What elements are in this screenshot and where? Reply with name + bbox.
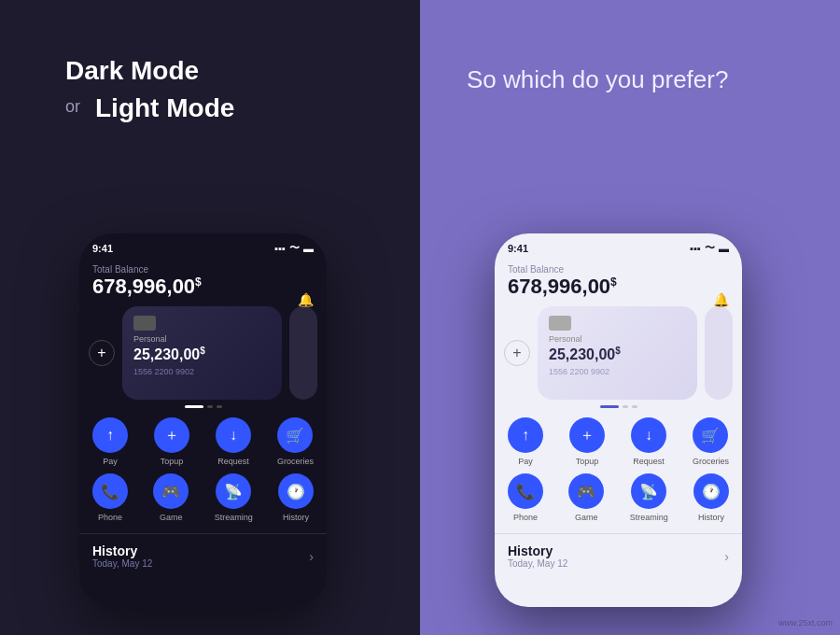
watermark: www.25xt.com bbox=[778, 618, 833, 628]
dark-balance-section: Total Balance 678,996,00$ 🔔 bbox=[79, 259, 327, 306]
dark-groceries-label: Groceries bbox=[277, 457, 314, 466]
dark-dot-2 bbox=[217, 405, 222, 408]
dark-card-type: Personal bbox=[133, 334, 271, 344]
light-card-partial bbox=[705, 306, 733, 400]
light-wifi-icon: 〜 bbox=[705, 241, 715, 255]
light-phone-action[interactable]: 📞 Phone bbox=[508, 473, 543, 522]
dark-time: 9:41 bbox=[92, 243, 113, 254]
dark-request-action[interactable]: ↓ Request bbox=[216, 417, 251, 466]
dark-status-bar: 9:41 ▪▪▪ 〜 ▬ bbox=[79, 233, 327, 259]
light-history-action[interactable]: 🕐 History bbox=[693, 473, 729, 522]
dark-history-icon: 🕐 bbox=[278, 473, 314, 509]
light-request-icon: ↓ bbox=[631, 417, 666, 453]
light-groceries-icon: 🛒 bbox=[693, 417, 728, 453]
dark-streaming-icon: 📡 bbox=[216, 473, 251, 509]
light-history-title: History bbox=[508, 543, 567, 558]
dark-balance-label: Total Balance bbox=[92, 264, 314, 275]
light-groceries-action[interactable]: 🛒 Groceries bbox=[693, 417, 729, 466]
dark-history-label: History bbox=[283, 513, 309, 522]
dark-add-card-button[interactable]: + bbox=[89, 340, 115, 366]
dark-status-icons: ▪▪▪ 〜 ▬ bbox=[274, 241, 314, 255]
dark-pay-label: Pay bbox=[103, 457, 118, 466]
dark-balance-amount: 678,996,00$ bbox=[92, 275, 314, 299]
dark-game-label: Game bbox=[160, 513, 183, 522]
light-balance-section: Total Balance 678,996,00$ 🔔 bbox=[495, 259, 742, 306]
light-history-info: History Today, May 12 bbox=[508, 543, 567, 569]
light-pay-icon: ↑ bbox=[508, 417, 543, 453]
dark-card-number: 1556 2200 9902 bbox=[133, 367, 271, 376]
left-panel: Dark Mode or Light Mode 9:41 ▪▪▪ 〜 ▬ Tot… bbox=[0, 0, 420, 635]
dark-pay-action[interactable]: ↑ Pay bbox=[92, 417, 128, 466]
light-time: 9:41 bbox=[508, 243, 528, 254]
light-dot-active bbox=[600, 405, 619, 408]
dark-card-area: + Personal 25,230,00$ 1556 2200 9902 bbox=[79, 306, 327, 400]
dark-chip-icon bbox=[133, 316, 156, 331]
light-request-label: Request bbox=[633, 457, 665, 466]
dark-request-label: Request bbox=[217, 457, 249, 466]
dark-streaming-action[interactable]: 📡 Streaming bbox=[215, 473, 253, 522]
light-pay-label: Pay bbox=[518, 457, 533, 466]
light-pay-action[interactable]: ↑ Pay bbox=[508, 417, 543, 466]
light-add-card-button[interactable]: + bbox=[504, 340, 530, 366]
dark-topup-icon: ＋ bbox=[154, 417, 189, 453]
light-history-chevron[interactable]: › bbox=[724, 549, 729, 564]
right-panel: So which do you prefer? 9:41 ▪▪▪ 〜 ▬ Tot… bbox=[420, 0, 840, 635]
light-game-action[interactable]: 🎮 Game bbox=[568, 473, 604, 522]
dark-topup-label: Topup bbox=[161, 457, 184, 466]
dark-phone-label: Phone bbox=[98, 513, 122, 522]
light-history-section: History Today, May 12 › bbox=[495, 533, 742, 578]
light-history-icon: 🕐 bbox=[693, 473, 729, 509]
light-status-bar: 9:41 ▪▪▪ 〜 ▬ bbox=[495, 233, 742, 259]
dark-actions-row2: 📞 Phone 🎮 Game 📡 Streaming 🕐 History bbox=[79, 470, 327, 526]
light-chip-icon bbox=[549, 316, 571, 331]
dark-dot-1 bbox=[207, 405, 213, 408]
or-text: or bbox=[65, 97, 80, 117]
light-battery-icon: ▬ bbox=[719, 243, 729, 254]
dark-history-section: History Today, May 12 › bbox=[79, 533, 327, 578]
light-game-icon: 🎮 bbox=[568, 473, 604, 509]
light-balance-amount: 678,996,00$ bbox=[508, 275, 729, 299]
dark-history-info: History Today, May 12 bbox=[92, 543, 152, 569]
dark-phone-action[interactable]: 📞 Phone bbox=[92, 473, 128, 522]
light-card: Personal 25,230,00$ 1556 2200 9902 bbox=[538, 306, 697, 400]
battery-icon: ▬ bbox=[303, 243, 314, 254]
light-card-area: + Personal 25,230,00$ 1556 2200 9902 bbox=[495, 306, 742, 400]
dark-game-action[interactable]: 🎮 Game bbox=[153, 473, 189, 522]
dark-card-partial bbox=[289, 306, 317, 400]
light-topup-action[interactable]: ＋ Topup bbox=[569, 417, 605, 466]
dark-streaming-label: Streaming bbox=[215, 513, 253, 522]
light-card-number: 1556 2200 9902 bbox=[549, 367, 686, 376]
light-bell-icon: 🔔 bbox=[713, 292, 729, 307]
light-phone-label: Phone bbox=[513, 513, 538, 522]
dark-card-amount: 25,230,00$ bbox=[133, 346, 271, 363]
light-game-label: Game bbox=[575, 513, 598, 522]
light-dot-2 bbox=[632, 405, 637, 408]
light-phone-mockup: 9:41 ▪▪▪ 〜 ▬ Total Balance 678,996,00$ 🔔… bbox=[495, 233, 742, 607]
light-streaming-action[interactable]: 📡 Streaming bbox=[630, 473, 668, 522]
light-history-date: Today, May 12 bbox=[508, 558, 567, 569]
dark-request-icon: ↓ bbox=[216, 417, 251, 453]
dark-mode-heading: Dark Mode bbox=[65, 56, 199, 86]
light-request-action[interactable]: ↓ Request bbox=[631, 417, 666, 466]
light-card-amount: 25,230,00$ bbox=[549, 346, 686, 363]
dark-history-date: Today, May 12 bbox=[92, 558, 152, 569]
dark-actions-row1: ↑ Pay ＋ Topup ↓ Request 🛒 Groceries bbox=[79, 414, 327, 470]
dark-game-icon: 🎮 bbox=[153, 473, 189, 509]
light-actions-row1: ↑ Pay ＋ Topup ↓ Request 🛒 Groceries bbox=[495, 414, 742, 470]
dark-groceries-action[interactable]: 🛒 Groceries bbox=[277, 417, 314, 466]
light-signal-icon: ▪▪▪ bbox=[690, 243, 701, 254]
light-actions-row2: 📞 Phone 🎮 Game 📡 Streaming 🕐 History bbox=[495, 470, 742, 526]
light-streaming-label: Streaming bbox=[630, 513, 668, 522]
light-topup-label: Topup bbox=[576, 457, 599, 466]
dark-history-title: History bbox=[92, 543, 152, 558]
light-phone-icon: 📞 bbox=[508, 473, 543, 509]
light-mode-heading: Light Mode bbox=[95, 93, 234, 123]
dark-pay-icon: ↑ bbox=[92, 417, 128, 453]
dark-history-action[interactable]: 🕐 History bbox=[278, 473, 314, 522]
dark-topup-action[interactable]: ＋ Topup bbox=[154, 417, 189, 466]
or-row: or Light Mode bbox=[65, 93, 234, 123]
light-card-type: Personal bbox=[549, 334, 686, 344]
dark-history-chevron[interactable]: › bbox=[309, 549, 314, 564]
dark-phone-icon: 📞 bbox=[92, 473, 128, 509]
dark-dot-active bbox=[185, 405, 203, 408]
